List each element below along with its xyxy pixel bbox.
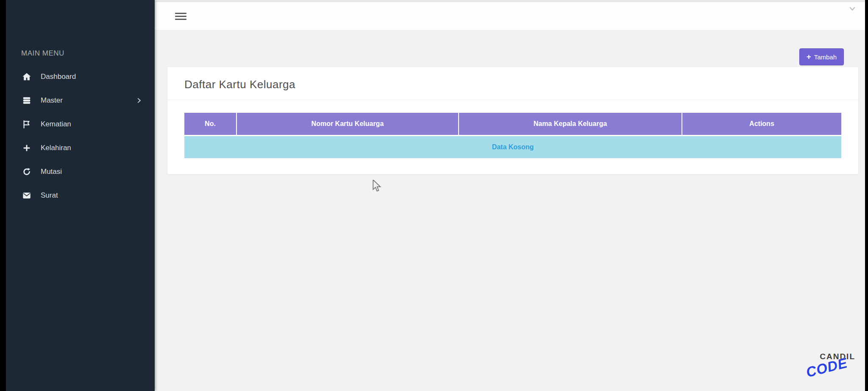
sidebar-item-label: Dashboard xyxy=(41,73,76,81)
card-divider xyxy=(167,100,858,100)
tambah-button-label: Tambah xyxy=(814,53,837,61)
sidebar-item-label: Master xyxy=(41,96,63,105)
sidebar-item-mutasi[interactable]: Mutasi xyxy=(6,160,155,184)
content-area: + Tambah Daftar Kartu Keluarga No. Nomor… xyxy=(155,31,865,391)
header-no: No. xyxy=(184,113,237,136)
page-title: Daftar Kartu Keluarga xyxy=(184,67,841,91)
envelope-icon xyxy=(22,190,33,201)
sidebar-item-label: Kelahiran xyxy=(41,144,71,152)
tambah-button[interactable]: + Tambah xyxy=(799,48,844,65)
sidebar-item-label: Mutasi xyxy=(41,168,62,176)
header-nama-kepala-keluarga: Nama Kepala Keluarga xyxy=(459,113,682,136)
database-icon xyxy=(22,95,33,106)
sidebar-item-kelahiran[interactable]: Kelahiran xyxy=(6,136,155,160)
home-icon xyxy=(22,72,33,82)
topbar xyxy=(155,0,865,31)
header-nomor-kartu-keluarga: Nomor Kartu Keluarga xyxy=(237,113,459,136)
sidebar: MAIN MENU Dashboard Mast xyxy=(6,0,155,391)
sidebar-item-dashboard[interactable]: Dashboard xyxy=(6,65,155,89)
app-frame: MAIN MENU Dashboard Mast xyxy=(6,0,865,391)
actions-row: + Tambah xyxy=(155,31,865,65)
sidebar-section-label: MAIN MENU xyxy=(21,49,155,58)
sync-icon xyxy=(22,167,33,177)
plus-icon: + xyxy=(807,53,811,61)
hamburger-icon[interactable] xyxy=(175,11,186,22)
chevron-down-icon[interactable] xyxy=(849,6,856,13)
sidebar-item-surat[interactable]: Surat xyxy=(6,184,155,207)
sidebar-nav: Dashboard Master xyxy=(6,65,155,207)
sidebar-item-label: Kematian xyxy=(41,120,71,128)
header-actions: Actions xyxy=(682,113,841,136)
sidebar-item-kematian[interactable]: Kematian xyxy=(6,112,155,136)
empty-message: Data Kosong xyxy=(184,136,841,158)
kartu-keluarga-table: No. Nomor Kartu Keluarga Nama Kepala Kel… xyxy=(184,113,841,158)
empty-row: Data Kosong xyxy=(184,136,841,158)
chevron-right-icon xyxy=(136,98,142,103)
sidebar-item-master[interactable]: Master xyxy=(6,89,155,112)
table-header-row: No. Nomor Kartu Keluarga Nama Kepala Kel… xyxy=(184,113,841,136)
kartu-keluarga-card: Daftar Kartu Keluarga No. Nomor Kartu Ke… xyxy=(167,67,858,174)
plus-icon xyxy=(22,143,33,153)
sidebar-item-label: Surat xyxy=(41,191,58,200)
flag-icon xyxy=(22,119,33,129)
main-column: + Tambah Daftar Kartu Keluarga No. Nomor… xyxy=(155,0,865,391)
